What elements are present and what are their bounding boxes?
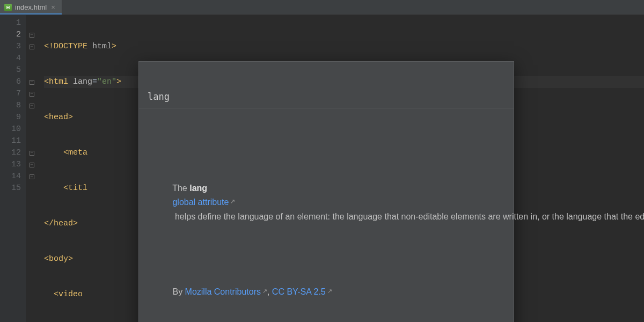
code-token: > xyxy=(116,77,121,86)
line-number: 4 xyxy=(0,53,25,64)
line-number: 11 xyxy=(0,135,25,147)
line-number: 3 xyxy=(0,41,25,53)
code-token: html xyxy=(92,42,112,51)
fold-toggle-icon[interactable]: − xyxy=(26,100,38,112)
doc-bold: lang xyxy=(189,184,207,193)
fold-end-icon: − xyxy=(26,171,38,182)
code-token: <!DOCTYPE xyxy=(44,42,92,51)
line-number: 6 xyxy=(0,76,25,88)
fold-gutter: − − − − − − − − xyxy=(26,15,38,322)
code-token: <body> xyxy=(44,254,73,264)
code-token: <html xyxy=(44,77,73,86)
code-area[interactable]: <!DOCTYPE html> <html lang="en"> <head> … xyxy=(38,15,644,322)
tab-bar: H index.html × xyxy=(0,0,644,15)
fold-toggle-icon[interactable]: − xyxy=(26,88,38,100)
doc-paragraph: The lang global attribute helps define t… xyxy=(149,167,504,238)
code-token: > xyxy=(112,42,116,51)
line-number: 13 xyxy=(0,159,25,171)
code-token: <video xyxy=(44,290,87,299)
code-token: = xyxy=(92,77,97,86)
line-number: 2 xyxy=(0,29,25,41)
file-tab[interactable]: H index.html × xyxy=(0,0,62,14)
code-token: </head> xyxy=(44,219,78,228)
doc-text: By xyxy=(172,287,185,296)
code-editor[interactable]: 1 2 3 4 5 6 7 8 9 10 11 12 13 14 15 − − … xyxy=(0,15,644,322)
line-number-gutter: 1 2 3 4 5 6 7 8 9 10 11 12 13 14 15 xyxy=(0,15,26,322)
html-file-icon: H xyxy=(4,4,12,11)
doc-link-global-attribute[interactable]: global attribute xyxy=(172,197,235,207)
doc-text: helps define the language of an element:… xyxy=(172,212,644,221)
doc-title: lang xyxy=(139,85,514,108)
line-number: 14 xyxy=(0,171,25,182)
fold-toggle-icon[interactable]: − xyxy=(26,41,38,53)
code-token: <meta xyxy=(44,148,87,157)
code-token: <head> xyxy=(44,113,73,122)
line-number: 1 xyxy=(0,17,25,29)
line-number: 12 xyxy=(0,147,25,159)
code-token: "en" xyxy=(97,77,116,86)
line-number: 5 xyxy=(0,64,25,76)
tab-filename: index.html xyxy=(15,3,47,11)
doc-body: The lang global attribute helps define t… xyxy=(139,132,514,322)
fold-end-icon: − xyxy=(26,159,38,171)
code-token: lang xyxy=(73,77,92,86)
line-number: 7 xyxy=(0,88,25,100)
code-token: <titl xyxy=(44,184,87,193)
documentation-popup: lang The lang global attribute helps def… xyxy=(138,61,514,322)
fold-toggle-icon[interactable]: − xyxy=(26,29,38,41)
doc-link-mozilla-contributors[interactable]: Mozilla Contributors xyxy=(185,287,267,296)
doc-attribution: By Mozilla Contributors, CC BY-SA 2.5 xyxy=(149,271,504,313)
tab-active-indicator xyxy=(0,13,62,14)
line-number: 8 xyxy=(0,100,25,112)
doc-text: The xyxy=(172,184,189,193)
fold-end-icon: − xyxy=(26,147,38,159)
line-number: 9 xyxy=(0,112,25,123)
fold-end-icon: − xyxy=(26,76,38,88)
close-icon[interactable]: × xyxy=(50,3,56,11)
line-number: 10 xyxy=(0,123,25,135)
doc-text: , xyxy=(267,287,272,296)
line-number: 15 xyxy=(0,182,25,194)
doc-link-license[interactable]: CC BY-SA 2.5 xyxy=(272,287,332,296)
